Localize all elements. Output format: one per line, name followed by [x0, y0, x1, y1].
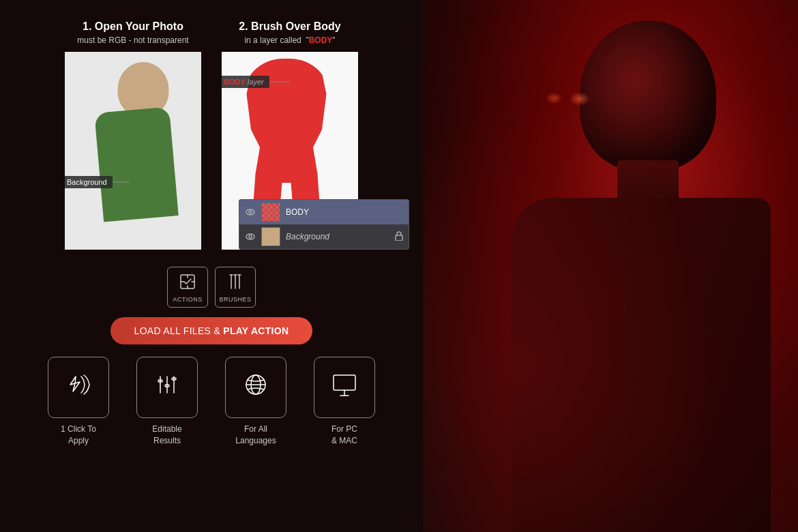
feature-click-to-apply: 1 Click ToApply — [41, 357, 116, 447]
svg-point-2 — [246, 234, 254, 239]
actions-label: ACTIONS — [173, 296, 203, 303]
svg-point-3 — [249, 235, 252, 238]
step-2-subtitle: in a layer called "BODY" — [244, 35, 335, 45]
dramatic-background — [402, 0, 798, 532]
person-body — [94, 107, 179, 222]
svg-rect-18 — [334, 375, 355, 390]
step-2: 2. Brush Over Body in a layer called "BO… — [222, 20, 358, 246]
step-1: 1. Open Your Photo must be RGB - not tra… — [65, 20, 201, 246]
sliders-icon — [152, 370, 182, 405]
main-content: 1. Open Your Photo must be RGB - not tra… — [0, 0, 423, 532]
actions-icon — [178, 272, 197, 294]
layer-name-background: Background — [286, 232, 389, 241]
svg-rect-4 — [396, 235, 402, 241]
cursor-click-icon — [63, 370, 93, 405]
feature-label-editable: EditableResults — [152, 424, 181, 447]
steps-row: 1. Open Your Photo must be RGB - not tra… — [65, 20, 358, 246]
tools-row: ACTIONS BRUSHES — [167, 267, 256, 308]
lock-icon — [395, 231, 403, 243]
feature-label-click: 1 Click ToApply — [61, 424, 96, 447]
step-1-photo: Background — [65, 52, 201, 246]
step-1-title: 1. Open Your Photo — [83, 20, 183, 33]
person-photo: Background — [65, 52, 201, 250]
body-label-red: BODY — [224, 78, 246, 86]
feature-label-languages: For AllLanguages — [235, 424, 276, 447]
svg-point-0 — [246, 209, 254, 215]
feature-icon-box-click — [48, 357, 109, 418]
layer-thumb-body-checker — [261, 203, 280, 222]
feature-icon-box-editable — [136, 357, 198, 418]
layer-name-body: BODY — [286, 207, 403, 217]
cta-button[interactable]: LOAD ALL FILES & PLAY ACTION — [110, 317, 313, 344]
eye-icon-body — [245, 207, 256, 218]
cta-prefix: LOAD ALL FILES & — [134, 325, 224, 336]
layer-row-background[interactable]: Background — [239, 224, 409, 249]
bottom-section: ACTIONS BRUSHES LOAD ALL FILES & PLAY AC… — [14, 267, 409, 447]
feature-pc-mac: For PC& MAC — [307, 357, 382, 447]
eye-icon-background — [245, 231, 256, 242]
background-label: Background — [65, 176, 113, 188]
feature-all-languages: For AllLanguages — [218, 357, 293, 447]
step-1-subtitle: must be RGB - not transparent — [77, 35, 188, 45]
feature-editable-results: EditableResults — [130, 357, 205, 447]
cta-action: PLAY ACTION — [223, 325, 289, 336]
layer-row-body[interactable]: BODY — [239, 200, 409, 224]
features-row: 1 Click ToApply — [41, 357, 382, 447]
feature-icon-box-globe — [225, 357, 286, 418]
brushes-label: BRUSHES — [219, 296, 251, 303]
feature-icon-box-monitor — [314, 357, 375, 418]
step-2-keyword: BODY — [309, 35, 333, 45]
feature-label-pc-mac: For PC& MAC — [331, 424, 357, 447]
step-2-title: 2. Brush Over Body — [239, 20, 340, 33]
layers-panel: BODY Background — [239, 199, 409, 250]
smoke-overlay — [402, 0, 798, 532]
actions-icon-box[interactable]: ACTIONS — [167, 267, 208, 308]
globe-icon — [241, 370, 271, 405]
body-label-italic: layer — [248, 78, 264, 86]
layer-thumb-background — [261, 227, 280, 246]
brushes-icon-box[interactable]: BRUSHES — [215, 267, 256, 308]
body-layer-label: BODY layer — [222, 76, 269, 88]
brushes-icon — [226, 272, 245, 294]
step-2-photo: BODY layer — [222, 52, 358, 246]
monitor-icon — [329, 370, 359, 405]
svg-point-1 — [249, 211, 252, 213]
